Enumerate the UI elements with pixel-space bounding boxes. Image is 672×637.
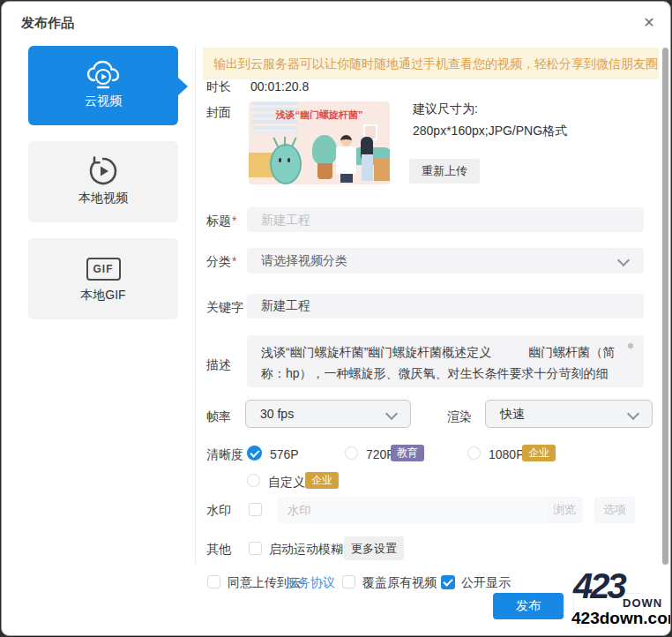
agree-checkbox[interactable] [207, 575, 220, 588]
watermark-checkbox[interactable] [249, 503, 262, 516]
duration-label: 时长 [206, 79, 231, 95]
render-label: 渲染 [447, 409, 472, 425]
cover-size-hint-line1: 建议尺寸为: [413, 101, 478, 117]
framerate-label: 帧率 [206, 409, 231, 425]
radio-576p-checked[interactable] [247, 446, 262, 461]
options-button[interactable]: 选项 [594, 497, 635, 523]
browse-button[interactable]: 浏览 [546, 497, 583, 523]
public-label[interactable]: 公开显示 [461, 575, 511, 591]
watermark-site-url: 423down.com [571, 609, 671, 628]
cloud-notice-banner: 输出到云服务器可以让你随时随地通过手机查看您的视频，轻松分享到微信朋友圈 [203, 48, 659, 79]
cover-thumbnail[interactable]: 浅谈“幽门螺旋杆菌” [249, 101, 390, 184]
thumb-art-eye [279, 158, 281, 162]
thumb-art-eye [287, 158, 290, 162]
content-divider [195, 44, 196, 564]
selected-tab-arrow [178, 78, 188, 95]
duration-value: 00:01:20.8 [250, 79, 309, 94]
cover-label: 封面 [206, 105, 231, 121]
required-asterisk: * [232, 254, 236, 268]
title-label: 标题* [206, 214, 236, 229]
keywords-input[interactable] [247, 294, 644, 318]
radio-1080p-label[interactable]: 1080P [489, 447, 524, 461]
required-asterisk: * [232, 214, 236, 228]
chevron-down-icon [385, 408, 398, 420]
description-label: 描述 [206, 357, 231, 373]
overwrite-checkbox[interactable] [342, 575, 355, 588]
thumb-art-cabinet [374, 158, 390, 181]
title-input[interactable] [247, 207, 644, 232]
thumb-art-doctor-head [340, 135, 352, 146]
site-watermark: 423 DOWN 423down.com [571, 572, 671, 633]
thumb-art-plant [312, 135, 337, 165]
reupload-button[interactable]: 重新上传 [409, 159, 480, 184]
motion-blur-label[interactable]: 启动运动模糊 [269, 542, 343, 558]
render-select-value: 快速 [500, 407, 525, 421]
sidebar-item-label: 本地视频 [28, 191, 178, 206]
render-select[interactable]: 快速 [485, 400, 653, 428]
service-agreement-link[interactable]: 服务协议 [286, 575, 335, 591]
watermark-label: 水印 [206, 503, 231, 519]
thumb-art-flagella [273, 138, 278, 147]
thumb-art-pot [317, 163, 332, 179]
other-label: 其他 [206, 542, 231, 558]
watermark-logo-word: DOWN [623, 596, 662, 610]
close-icon[interactable]: ✕ [638, 12, 660, 34]
badge-enterprise: 企业 [522, 445, 556, 461]
textarea-scroll-dot [628, 343, 633, 348]
check-icon [443, 576, 452, 586]
watermark-logo-number: 423 [573, 566, 624, 606]
thumb-art-patient-body [362, 154, 373, 181]
framerate-select[interactable]: 30 fps [245, 400, 411, 428]
thumb-art-flagella [284, 137, 286, 146]
thumb-art-doctor-body [336, 146, 356, 174]
chevron-down-icon [627, 408, 639, 420]
sidebar-item-label: 本地GIF [28, 288, 178, 304]
overwrite-label[interactable]: 覆盖原有视频 [362, 575, 437, 591]
badge-education: 教育 [391, 445, 424, 461]
play-circle-icon [87, 155, 119, 187]
cloud-play-icon [86, 60, 121, 90]
category-select[interactable]: 请选择视频分类 [247, 248, 644, 274]
sidebar-item-local-gif[interactable]: GIF 本地GIF [28, 238, 178, 319]
motion-blur-checkbox[interactable] [249, 542, 262, 555]
publish-dialog: 发布作品 ✕ 云视频 本地视频 GIF 本地GIF [1, 1, 671, 636]
radio-1080p[interactable] [467, 446, 481, 460]
description-textarea[interactable]: 浅谈“幽门螺旋杆菌”幽门螺旋杆菌概述定义 幽门螺杆菌（简称：hp），一种螺旋形、… [247, 335, 644, 387]
keywords-label: 关键字 [206, 300, 243, 316]
radio-custom[interactable] [247, 474, 260, 487]
radio-custom-label[interactable]: 自定义 [268, 475, 305, 491]
thumb-art-bacteria [270, 144, 302, 184]
check-icon [250, 447, 259, 457]
gif-icon: GIF [86, 258, 121, 281]
more-settings-button[interactable]: 更多设置 [344, 536, 404, 560]
thumb-title-text: 浅谈“幽门螺旋杆菌” [249, 109, 390, 122]
publish-button[interactable]: 发布 [493, 593, 564, 619]
radio-720p[interactable] [345, 446, 358, 460]
category-label-text: 分类 [206, 254, 231, 268]
vertical-scrollbar[interactable] [662, 48, 668, 565]
watermark-input[interactable] [277, 497, 556, 523]
dialog-title: 发布作品 [21, 15, 74, 32]
thumb-art-flagella [291, 138, 296, 147]
radio-576p-label[interactable]: 576P [270, 447, 299, 461]
sidebar-item-cloud-video[interactable]: 云视频 [28, 46, 178, 125]
category-label: 分类* [206, 254, 236, 270]
framerate-select-value: 30 fps [260, 407, 294, 421]
cover-size-hint-line2: 280px*160px;JPG/PNG格式 [413, 124, 567, 139]
thumb-art-doctor-legs [340, 174, 353, 183]
screen: 发布作品 ✕ 云视频 本地视频 GIF 本地GIF [0, 0, 672, 637]
sidebar-item-label: 云视频 [28, 94, 178, 109]
clarity-label: 清晰度 [206, 447, 243, 463]
sidebar-item-local-video[interactable]: 本地视频 [28, 141, 178, 222]
badge-enterprise: 企业 [305, 472, 339, 489]
category-select-value: 请选择视频分类 [261, 253, 347, 267]
title-label-text: 标题 [206, 214, 231, 228]
public-checkbox-checked[interactable] [441, 575, 455, 589]
chevron-down-icon [617, 254, 630, 266]
